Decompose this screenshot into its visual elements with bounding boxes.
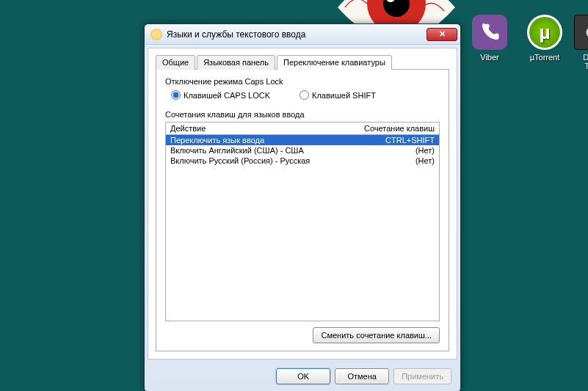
tab-keyboard-switch[interactable]: Переключение клавиатуры <box>277 55 392 70</box>
row-combo: (Нет) <box>415 146 435 155</box>
text-services-dialog: Языки и службы текстового ввода ✕ Общие … <box>144 23 461 391</box>
row-combo: CTRL+SHIFT <box>385 136 435 145</box>
app-icon <box>150 29 162 40</box>
desktop-icon-label: DA To <box>574 53 588 70</box>
list-row[interactable]: Включить Английский (США) - США (Нет) <box>166 145 439 156</box>
col-combo: Сочетание клавиш <box>364 124 435 133</box>
tab-general[interactable]: Общие <box>156 55 195 70</box>
row-action: Включить Английский (США) - США <box>170 146 415 155</box>
radio-shift[interactable]: Клавишей SHIFT <box>300 90 376 100</box>
desktop-icon-daemon[interactable]: ⊚ DA To <box>574 15 588 70</box>
row-combo: (Нет) <box>415 156 435 165</box>
titlebar[interactable]: Языки и службы текстового ввода ✕ <box>145 24 460 45</box>
tab-page-switch: Отключение режима Caps Lock Клавишей CAP… <box>156 69 449 351</box>
tab-langbar[interactable]: Языковая панель <box>197 55 275 70</box>
list-header: Действие Сочетание клавиш <box>165 122 440 134</box>
row-action: Включить Русский (Россия) - Русская <box>170 156 415 165</box>
tab-strip: Общие Языковая панель Переключение клави… <box>156 55 449 70</box>
radio-caps-lock-label: Клавишей CAPS LOCK <box>184 91 270 100</box>
shortcuts-group-label: Сочетания клавиш для языков ввода <box>165 110 440 119</box>
window-title: Языки и службы текстового ввода <box>167 29 427 40</box>
row-action: Переключить язык ввода <box>170 136 385 145</box>
utorrent-icon: µ <box>527 15 562 50</box>
shortcut-list[interactable]: Переключить язык ввода CTRL+SHIFT Включи… <box>165 134 440 321</box>
apply-button[interactable]: Применить <box>393 368 451 384</box>
radio-shift-label: Клавишей SHIFT <box>312 91 376 100</box>
desktop-icon-viber[interactable]: Viber <box>466 15 513 62</box>
radio-caps-lock-input[interactable] <box>171 90 181 100</box>
radio-caps-lock[interactable]: Клавишей CAPS LOCK <box>171 90 270 100</box>
desktop-icon-label: Viber <box>466 53 513 62</box>
list-row[interactable]: Переключить язык ввода CTRL+SHIFT <box>166 135 439 145</box>
change-shortcut-button[interactable]: Сменить сочетание клавиш... <box>313 327 440 343</box>
dialog-actions: OK Отмена Применить <box>145 362 460 391</box>
desktop-icon-utorrent[interactable]: µ µTorrent <box>521 15 568 62</box>
desktop-icon-label: µTorrent <box>521 53 568 62</box>
cancel-button[interactable]: Отмена <box>335 368 389 384</box>
caps-group-label: Отключение режима Caps Lock <box>165 77 440 86</box>
close-button[interactable]: ✕ <box>427 28 457 41</box>
disc-icon: ⊚ <box>574 15 588 50</box>
col-action: Действие <box>170 124 364 133</box>
list-row[interactable]: Включить Русский (Россия) - Русская (Нет… <box>166 156 439 166</box>
radio-shift-input[interactable] <box>300 90 309 100</box>
viber-icon <box>472 15 507 50</box>
ok-button[interactable]: OK <box>276 368 330 384</box>
